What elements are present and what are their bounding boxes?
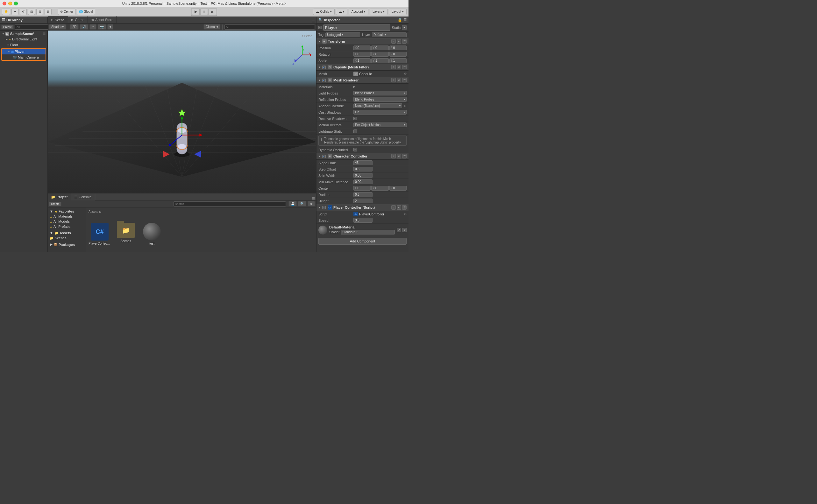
radius-input[interactable] (353, 192, 372, 197)
component-mesh-renderer[interactable]: ▼ ⊟ Mesh Renderer ? ⚙ ☰ (316, 77, 408, 84)
hierarchy-scene-root[interactable]: ▼ ⊞ SampleScene* ☰ (0, 31, 47, 36)
center-x-field[interactable]: X (353, 186, 370, 191)
hand-tool[interactable]: ✋ (2, 9, 10, 15)
move-tool[interactable]: ✦ (11, 9, 18, 15)
anchor-override-dropdown[interactable]: None (Transform) (353, 103, 402, 108)
script-ref-btn[interactable]: ? (391, 205, 396, 210)
project-star-btn[interactable]: ★ (307, 201, 315, 207)
camera-button[interactable]: 📷 (98, 24, 106, 30)
sidebar-assets[interactable]: ▼ 📁 Assets (48, 230, 86, 235)
tag-dropdown[interactable]: Untagged (325, 32, 360, 37)
skin-width-input[interactable] (353, 173, 372, 178)
rotation-z-field[interactable]: Z (389, 52, 406, 57)
inspector-lock-icon[interactable]: 🔒 (398, 18, 402, 22)
2d-button[interactable]: 2D (70, 24, 79, 30)
close-button[interactable] (3, 2, 6, 5)
light-probes-dropdown[interactable]: Blend Probes (353, 91, 406, 95)
shaded-button[interactable]: Shaded ▾ (49, 24, 66, 30)
rect-tool[interactable]: ⊟ (36, 9, 43, 15)
slope-limit-input[interactable] (353, 160, 372, 165)
meshrenderer-enable-checkbox[interactable] (322, 79, 326, 82)
rotation-x-input[interactable] (357, 53, 370, 56)
step-offset-input[interactable] (353, 167, 372, 171)
center-y-field[interactable]: Y (371, 186, 388, 191)
center-x-input[interactable] (357, 186, 370, 190)
position-x-input[interactable] (357, 46, 370, 50)
step-button[interactable]: ⏭ (208, 9, 216, 15)
scale-z-input[interactable] (393, 59, 405, 62)
center-button[interactable]: ⊙ Center (58, 9, 75, 15)
sidebar-packages[interactable]: ▶ 📦 Packages (48, 242, 86, 247)
script-settings-btn[interactable]: ⚙ (397, 205, 401, 210)
position-z-field[interactable]: Z (389, 45, 406, 50)
mesh-link-icon[interactable]: ⊙ (404, 72, 406, 75)
script-menu-btn[interactable]: ☰ (402, 205, 406, 210)
motion-vectors-dropdown[interactable]: Per Object Motion (353, 123, 406, 127)
project-search-input[interactable] (173, 201, 286, 207)
script-link-icon[interactable]: ⊙ (404, 212, 406, 216)
receive-shadows-checkbox[interactable] (353, 117, 357, 120)
bottom-panel-menu[interactable]: ☰ (312, 197, 315, 200)
position-y-field[interactable]: Y (371, 45, 388, 50)
effects-button[interactable]: ✦ (89, 24, 96, 30)
center-y-input[interactable] (375, 186, 387, 190)
charctrl-settings-btn[interactable]: ⚙ (397, 154, 401, 158)
hierarchy-item-main-camera[interactable]: 📷 Main Camera (2, 54, 46, 60)
component-transform[interactable]: ▼ ⊞ Transform ? ⚙ ☰ (316, 38, 408, 45)
tab-project[interactable]: 📁 Project (48, 193, 71, 200)
speed-input[interactable] (353, 218, 372, 223)
min-move-input[interactable] (353, 179, 372, 184)
scene-panel-menu[interactable]: ☰ (312, 19, 315, 23)
maximize-button[interactable] (14, 2, 18, 5)
transform-ref-btn[interactable]: ? (391, 39, 396, 44)
pause-button[interactable]: ⏸ (200, 9, 208, 15)
more-button[interactable]: ▾ (107, 24, 113, 30)
sidebar-all-prefabs[interactable]: ⊙ All Prefabs (48, 224, 86, 229)
scale-x-input[interactable] (357, 59, 370, 62)
center-z-input[interactable] (393, 186, 405, 190)
rotation-y-field[interactable]: Y (371, 52, 388, 57)
sidebar-favorites[interactable]: ▼ ★ Favorites (48, 209, 86, 214)
meshrenderer-ref-btn[interactable]: ? (391, 78, 396, 82)
project-filter-btn[interactable]: 🔍 (298, 201, 306, 207)
global-button[interactable]: 🌐 Global (77, 9, 95, 15)
scale-y-input[interactable] (375, 59, 387, 62)
file-scenes-folder[interactable]: 📁 Scenes (115, 223, 137, 243)
dynamic-occluded-checkbox[interactable] (353, 148, 357, 151)
minimize-button[interactable] (8, 2, 12, 5)
play-button[interactable]: ▶ (192, 9, 200, 15)
anchor-reset-icon[interactable]: ⊙ (404, 104, 406, 108)
tab-scene[interactable]: ⊞ Scene (48, 16, 68, 23)
object-enable-checkbox[interactable] (318, 26, 322, 29)
audio-button[interactable]: 🔊 (80, 24, 88, 30)
material-menu-btn[interactable]: ⚙ (402, 228, 406, 232)
rotate-tool[interactable]: ↺ (20, 9, 27, 15)
scale-y-field[interactable]: Y (371, 58, 388, 63)
hierarchy-item-floor[interactable]: ⊟ Floor (0, 42, 47, 48)
account-button[interactable]: Account (348, 9, 368, 15)
hierarchy-create-button[interactable]: Create (1, 25, 14, 29)
position-y-input[interactable] (375, 46, 387, 50)
meshrenderer-settings-btn[interactable]: ⚙ (397, 78, 401, 82)
hierarchy-item-player[interactable]: ▼ ⊞ Player (2, 49, 46, 54)
transform-menu-btn[interactable]: ☰ (402, 39, 406, 44)
component-character-controller[interactable]: ▼ ⊞ Character Controller ? ⚙ ☰ (316, 153, 408, 160)
sidebar-all-models[interactable]: ⊙ All Models (48, 219, 86, 224)
scene-search-input[interactable] (224, 25, 315, 30)
viewport[interactable]: Y X Z < Persp (48, 31, 316, 193)
cloud-button[interactable]: ☁ (336, 9, 347, 15)
file-test-sphere[interactable]: test (141, 223, 163, 245)
gizmos-button[interactable]: Gizmos ▾ (203, 24, 220, 30)
layer-dropdown[interactable]: Default (372, 32, 406, 37)
tab-console[interactable]: ☰ Console (71, 193, 95, 200)
component-player-script[interactable]: ▼ C# Player Controller (Script) ? ⚙ ☰ (316, 204, 408, 211)
scale-z-field[interactable]: Z (389, 58, 406, 63)
height-input[interactable] (353, 199, 372, 203)
transform-tool[interactable]: ⊞ (45, 9, 52, 15)
meshfilter-menu-btn[interactable]: ☰ (402, 65, 406, 69)
collab-button[interactable]: ☁ Collab (313, 9, 334, 15)
project-save-btn[interactable]: 💾 (288, 201, 297, 207)
scale-tool[interactable]: ⊡ (28, 9, 35, 15)
meshfilter-settings-btn[interactable]: ⚙ (397, 65, 401, 69)
material-external-link-btn[interactable]: ↗ (397, 228, 401, 232)
